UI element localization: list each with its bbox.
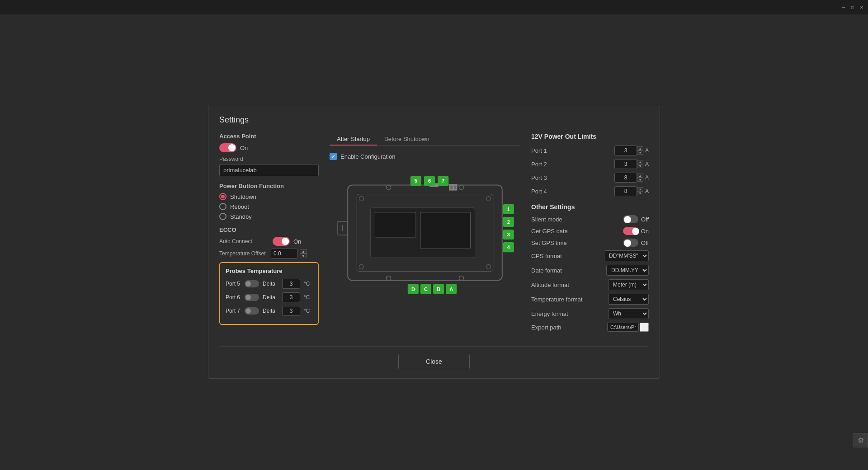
reboot-radio[interactable]: [219, 203, 226, 210]
date-format-select[interactable]: DD.MM.YY: [606, 265, 649, 276]
port-3-down[interactable]: ▼: [637, 178, 643, 182]
svg-text:6: 6: [428, 178, 431, 183]
probe-row-7: Port 7 Delta °C: [226, 306, 312, 316]
export-path-browse-button[interactable]: [640, 323, 649, 332]
svg-point-8: [387, 276, 391, 280]
temp-offset-down[interactable]: ▼: [300, 254, 307, 258]
silent-mode-label: Silent mode: [531, 216, 623, 223]
probe-6-type: Delta: [263, 294, 278, 301]
svg-rect-18: [450, 185, 453, 189]
enable-config-label: Enable Configuration: [340, 153, 395, 160]
standby-radio[interactable]: [219, 213, 226, 220]
port-1-input[interactable]: [614, 146, 637, 155]
port-1-spin: ▲ ▼: [637, 146, 643, 155]
gps-time-label: Set GPS time: [531, 240, 623, 246]
access-point-toggle[interactable]: [219, 143, 236, 152]
probes-temperature-box: Probes Temperature Port 5 Delta °C Port …: [219, 262, 319, 325]
export-path-input[interactable]: [607, 323, 639, 332]
probe-6-input[interactable]: [282, 292, 300, 302]
tabs: After Startup Before Shutdown: [330, 133, 520, 146]
energy-format-label: Energy format: [531, 310, 608, 317]
shutdown-radio[interactable]: [219, 193, 226, 200]
gps-time-toggle[interactable]: [623, 239, 638, 247]
access-point-label: Access Point: [219, 133, 319, 140]
svg-point-4: [359, 264, 363, 269]
enable-config-checkbox[interactable]: ✓: [330, 153, 337, 160]
dialog-title: Settings: [219, 115, 649, 125]
probe-row-6: Port 6 Delta °C: [226, 292, 312, 302]
port-4-row: Port 4 ▲ ▼ A: [531, 186, 649, 196]
altitude-format-select[interactable]: Meter (m): [608, 279, 649, 290]
temp-offset-row: Temperature Offset ▲ ▼: [219, 249, 319, 258]
port-4-input[interactable]: [614, 186, 637, 196]
tab-after-startup[interactable]: After Startup: [330, 133, 377, 145]
date-format-label: Date format: [531, 267, 606, 274]
export-path-label: Export path: [531, 324, 607, 331]
probe-row-5: Port 5 Delta °C: [226, 279, 312, 289]
standby-label: Standby: [230, 213, 252, 220]
svg-point-3: [486, 197, 491, 201]
port-1-row: Port 1 ▲ ▼ A: [531, 146, 649, 155]
minimize-button[interactable]: ─: [841, 5, 846, 10]
svg-point-5: [486, 264, 491, 269]
temp-offset-input[interactable]: [271, 249, 298, 258]
right-panel: 12V Power Out Limits Port 1 ▲ ▼ A Port 2…: [531, 133, 649, 335]
port-2-down[interactable]: ▼: [637, 164, 643, 168]
port-4-down[interactable]: ▼: [637, 191, 643, 195]
port-4-up[interactable]: ▲: [637, 187, 643, 191]
probe-5-toggle[interactable]: [245, 280, 259, 287]
probe-7-toggle[interactable]: [245, 307, 259, 315]
svg-text:C: C: [424, 287, 428, 292]
port-2-unit: A: [645, 161, 649, 167]
silent-mode-row: Silent mode Off: [531, 215, 649, 223]
port-1-label: Port 1: [531, 147, 614, 154]
svg-text:B: B: [437, 287, 440, 292]
silent-mode-toggle[interactable]: [623, 215, 638, 223]
port-2-input[interactable]: [614, 159, 637, 169]
gps-format-select[interactable]: DD°MM'SS": [604, 250, 649, 261]
dialog-body: Access Point On Password Power Button Fu…: [219, 133, 649, 335]
access-point-state: On: [240, 145, 248, 151]
sidebar-icon[interactable]: ⚙: [854, 433, 868, 447]
auto-connect-toggle[interactable]: [273, 237, 290, 246]
auto-connect-row: Auto Connect On: [219, 237, 319, 246]
port-1-up[interactable]: ▲: [637, 146, 643, 150]
port-3-spin: ▲ ▼: [637, 174, 643, 182]
probe-7-unit: °C: [304, 308, 310, 314]
standby-radio-row: Standby: [219, 213, 319, 220]
probe-7-input[interactable]: [282, 306, 300, 316]
temp-format-select[interactable]: Celsius: [608, 294, 649, 305]
port-1-down[interactable]: ▼: [637, 150, 643, 155]
reboot-label: Reboot: [230, 203, 249, 210]
auto-connect-label: Auto Connect: [219, 238, 269, 244]
gps-data-toggle[interactable]: [623, 227, 638, 235]
svg-text:4: 4: [507, 244, 510, 250]
gps-data-state: On: [641, 228, 649, 235]
svg-text:A: A: [449, 287, 453, 292]
gps-time-row: Set GPS time Off: [531, 239, 649, 247]
port-3-row: Port 3 ▲ ▼ A: [531, 173, 649, 183]
device-diagram: 5 6 7 1 2 3: [330, 167, 520, 303]
svg-rect-19: [454, 185, 456, 189]
close-window-button[interactable]: ✕: [859, 5, 864, 10]
close-button[interactable]: Close: [398, 354, 470, 369]
gps-data-row: Get GPS data On: [531, 227, 649, 235]
restore-button[interactable]: □: [850, 5, 855, 10]
svg-point-2: [359, 197, 363, 201]
tab-before-shutdown[interactable]: Before Shutdown: [377, 133, 437, 145]
temp-offset-up[interactable]: ▲: [300, 249, 307, 254]
probe-6-toggle[interactable]: [245, 294, 259, 301]
auto-connect-state: On: [293, 238, 301, 245]
temp-format-label: Temperature format: [531, 296, 608, 303]
port-3-input[interactable]: [614, 173, 637, 183]
probe-5-port: Port 5: [226, 281, 241, 287]
energy-format-select[interactable]: Wh: [608, 308, 649, 319]
probe-5-input[interactable]: [282, 279, 300, 289]
shutdown-label: Shutdown: [230, 193, 256, 200]
gps-data-label: Get GPS data: [531, 228, 623, 235]
reboot-radio-row: Reboot: [219, 203, 319, 210]
password-input[interactable]: [219, 164, 319, 176]
port-3-up[interactable]: ▲: [637, 174, 643, 178]
port-2-up[interactable]: ▲: [637, 160, 643, 164]
port-2-label: Port 2: [531, 161, 614, 168]
